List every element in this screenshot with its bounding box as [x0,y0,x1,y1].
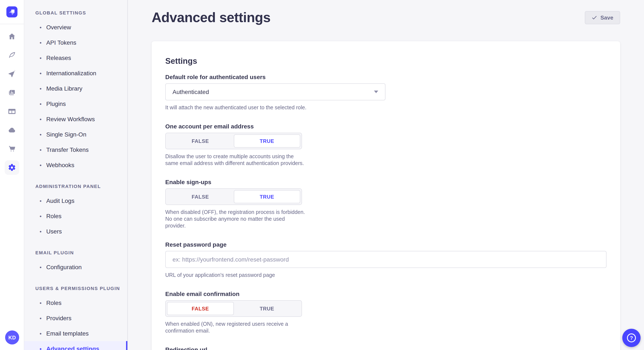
layout-icon[interactable] [5,104,19,119]
field-hint: URL of your application's reset password… [165,272,606,279]
default-role-select[interactable]: Authenticated [165,83,386,100]
feather-icon[interactable] [5,48,19,62]
sidebar-item-audit-logs[interactable]: Audit Logs [24,193,127,208]
strapi-logo-glyph [7,7,16,16]
icon-rail: KD [0,0,24,350]
field-label: Enable email confirmation [165,291,606,297]
toggle-option-false[interactable]: FALSE [167,302,234,315]
field-redirection-url: Redirection url [165,346,606,350]
sidebar-item-email-templates[interactable]: Email templates [24,326,127,341]
save-button[interactable]: Save [584,11,620,24]
sidebar-item-overview[interactable]: Overview [24,19,127,35]
field-hint: It will attach the new authenticated use… [165,104,606,111]
cloud-icon[interactable] [5,123,19,137]
sidebar-item-single-sign-on[interactable]: Single Sign-On [24,127,127,142]
field-one-account-per-email: One account per email address FALSE TRUE… [165,123,606,167]
chevron-down-icon [374,91,378,93]
sidebar-item-providers[interactable]: Providers [24,311,127,326]
nav-section-title: GLOBAL SETTINGS [35,10,127,15]
field-enable-sign-ups: Enable sign-ups FALSE TRUE When disabled… [165,178,606,229]
field-reset-password-page: Reset password page URL of your applicat… [165,241,606,279]
help-button[interactable]: ? [622,329,640,347]
cart-icon[interactable] [5,142,19,156]
sidebar-item-media-library[interactable]: Media Library [24,81,127,96]
nav-section-title: USERS & PERMISSIONS PLUGIN [35,286,127,291]
settings-card: Settings Default role for authenticated … [152,41,620,350]
nav-section-users-permissions-plugin: USERS & PERMISSIONS PLUGIN Roles Provide… [24,286,127,350]
sidebar-item-webhooks[interactable]: Webhooks [24,157,127,173]
field-enable-email-confirmation: Enable email confirmation FALSE TRUE Whe… [165,291,606,334]
toggle-option-true[interactable]: TRUE [234,190,300,203]
field-hint: When disabled (OFF), the registration pr… [165,209,307,229]
question-icon: ? [627,334,636,342]
nav-section-global-settings: GLOBAL SETTINGS Overview API Tokens Rele… [24,10,127,173]
strapi-logo[interactable] [6,6,18,17]
home-icon[interactable] [5,29,19,44]
nav-section-administration-panel: ADMINISTRATION PANEL Audit Logs Roles Us… [24,184,127,239]
save-button-label: Save [600,14,613,21]
field-label: One account per email address [165,123,606,130]
sidebar-item-advanced-settings[interactable]: Advanced settings [24,341,127,350]
sidebar-item-releases[interactable]: Releases [24,50,127,65]
sidebar-item-up-roles[interactable]: Roles [24,295,127,311]
field-label: Default role for authenticated users [165,74,606,80]
field-default-role: Default role for authenticated users Aut… [165,74,606,111]
nav-section-title: EMAIL PLUGIN [35,250,127,255]
nav-section-title: ADMINISTRATION PANEL [35,184,127,189]
app-window: KD GLOBAL SETTINGS Overview API Tokens R… [0,0,644,350]
toggle-option-false[interactable]: FALSE [167,190,234,203]
gear-icon[interactable] [5,160,19,175]
field-label: Reset password page [165,241,606,248]
sidebar-item-users[interactable]: Users [24,224,127,239]
field-label: Enable sign-ups [165,178,606,185]
toggle-option-true[interactable]: TRUE [234,134,300,148]
field-hint: Disallow the user to create multiple acc… [165,153,307,167]
field-label: Redirection url [165,346,606,350]
paper-plane-icon[interactable] [5,67,19,81]
sidebar-item-api-tokens[interactable]: API Tokens [24,35,127,50]
toggle-option-false[interactable]: FALSE [167,134,234,148]
images-icon[interactable] [5,85,19,100]
sidebar-item-internationalization[interactable]: Internationalization [24,65,127,81]
toggle-option-true[interactable]: TRUE [234,302,300,315]
sidebar-item-admin-roles[interactable]: Roles [24,208,127,224]
main-content: Advanced settings Save Settings Default … [128,0,644,350]
page-title: Advanced settings [152,9,270,26]
sidebar-item-review-workflows[interactable]: Review Workflows [24,111,127,127]
field-hint: When enabled (ON), new registered users … [165,321,307,334]
sign-ups-toggle: FALSE TRUE [165,188,302,205]
sidebar-item-plugins[interactable]: Plugins [24,96,127,111]
avatar[interactable]: KD [5,331,19,345]
email-confirmation-toggle: FALSE TRUE [165,300,302,317]
page-header: Advanced settings Save [152,0,620,26]
settings-nav: GLOBAL SETTINGS Overview API Tokens Rele… [24,0,128,350]
reset-password-input[interactable] [165,251,606,268]
sidebar-item-email-configuration[interactable]: Configuration [24,259,127,275]
sidebar-item-transfer-tokens[interactable]: Transfer Tokens [24,142,127,157]
check-icon [592,15,597,20]
one-account-toggle: FALSE TRUE [165,133,302,149]
nav-section-email-plugin: EMAIL PLUGIN Configuration [24,250,127,275]
select-value: Authenticated [172,88,209,95]
settings-section-title: Settings [165,57,606,66]
